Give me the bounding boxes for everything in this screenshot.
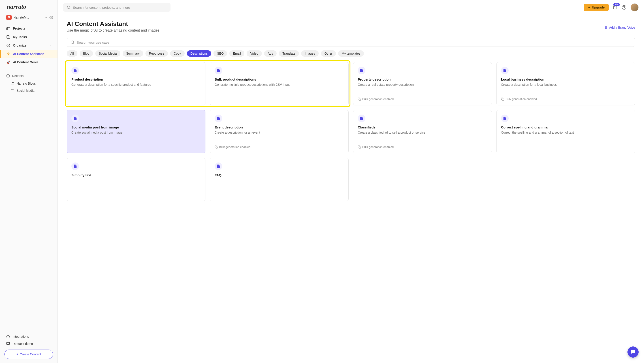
svg-rect-21 bbox=[216, 146, 218, 148]
svg-rect-22 bbox=[359, 146, 361, 148]
sidebar-bottom: Integrations Request demo + Create Conte… bbox=[0, 331, 58, 363]
svg-marker-5 bbox=[7, 52, 10, 56]
chat-fab[interactable] bbox=[628, 346, 639, 358]
filter-other[interactable]: Other bbox=[321, 50, 336, 56]
chat-icon bbox=[630, 349, 636, 355]
card-desc bbox=[214, 178, 344, 196]
svg-rect-20 bbox=[502, 99, 504, 100]
chevron-down-icon[interactable] bbox=[44, 16, 48, 19]
recents-header: Recents bbox=[0, 72, 58, 80]
filter-repurpose[interactable]: Repurpose bbox=[146, 50, 168, 56]
inbox-button[interactable]: 338 bbox=[613, 5, 618, 10]
card-desc: Generate multiple product descriptions w… bbox=[214, 82, 344, 101]
divider bbox=[0, 70, 58, 70]
anchor-icon bbox=[6, 335, 10, 338]
usecase-input[interactable] bbox=[77, 40, 631, 44]
filter-video[interactable]: Video bbox=[246, 50, 262, 56]
page-title: AI Content Assistant bbox=[67, 20, 159, 28]
filter-blog[interactable]: Blog bbox=[80, 50, 93, 56]
filter-translate[interactable]: Translate bbox=[279, 50, 299, 56]
document-icon bbox=[501, 114, 508, 122]
link-label: Integrations bbox=[12, 335, 29, 338]
workspace-selector[interactable]: N NarratoM... bbox=[0, 12, 58, 22]
nav-ai-genie[interactable]: 🚀 AI Content Genie bbox=[0, 58, 58, 66]
document-icon bbox=[358, 67, 366, 74]
template-card[interactable]: Local business descriptionCreate a descr… bbox=[496, 62, 635, 106]
recent-label: Social Media bbox=[16, 89, 34, 92]
bulk-label: Bulk generation enabled bbox=[362, 145, 394, 148]
document-icon bbox=[72, 114, 79, 122]
upgrade-button[interactable]: ✦ Upgrade bbox=[584, 4, 609, 11]
template-card[interactable]: Simplify text bbox=[67, 158, 206, 201]
template-card[interactable]: Product descriptionGenerate a descriptio… bbox=[67, 62, 206, 106]
filter-row: AllBlogSocial MediaSummaryRepurposeCopyD… bbox=[67, 50, 635, 56]
card-title: Simplify text bbox=[72, 173, 201, 177]
user-avatar[interactable] bbox=[630, 3, 639, 12]
recent-item[interactable]: Narrato Blogs bbox=[0, 80, 58, 87]
filter-all[interactable]: All bbox=[67, 50, 78, 56]
recents-label: Recents bbox=[12, 74, 24, 78]
briefcase-icon bbox=[6, 26, 10, 30]
filter-descriptions[interactable]: Descriptions bbox=[187, 50, 211, 56]
card-desc: Create a description for an event bbox=[214, 130, 344, 142]
filter-images[interactable]: Images bbox=[301, 50, 319, 56]
card-title: Property description bbox=[358, 78, 487, 81]
sidebar: narrato N NarratoM... Projects bbox=[0, 0, 58, 363]
usecase-search[interactable] bbox=[67, 38, 635, 47]
bulk-label: Bulk generation enabled bbox=[362, 97, 394, 101]
card-title: Classifieds bbox=[358, 125, 487, 129]
template-card[interactable]: Social media post from imageCreate socia… bbox=[67, 110, 206, 153]
request-demo-link[interactable]: Request demo bbox=[4, 340, 53, 347]
filter-summary[interactable]: Summary bbox=[122, 50, 143, 56]
template-card[interactable]: Bulk product descriptionsGenerate multip… bbox=[210, 62, 349, 106]
filter-social-media[interactable]: Social Media bbox=[95, 50, 120, 56]
copy-icon bbox=[358, 146, 361, 148]
bulk-tag: Bulk generation enabled bbox=[214, 145, 344, 148]
help-button[interactable] bbox=[622, 5, 626, 10]
template-card[interactable]: ClassifiedsCreate a classified ad to sel… bbox=[353, 110, 492, 153]
logo[interactable]: narrato bbox=[0, 0, 58, 12]
card-desc: Generate a description for a specific pr… bbox=[72, 82, 201, 101]
add-brand-voice-link[interactable]: Add a Brand Voice bbox=[604, 26, 635, 29]
create-content-button[interactable]: + Create Content bbox=[4, 350, 53, 359]
document-icon bbox=[72, 162, 79, 170]
link-label: Request demo bbox=[12, 342, 33, 346]
nav-mytasks[interactable]: My Tasks bbox=[0, 33, 58, 41]
bulk-label: Bulk generation enabled bbox=[506, 97, 537, 101]
mic-icon bbox=[604, 26, 608, 29]
nav-label: AI Content Genie bbox=[13, 60, 38, 64]
primary-nav: Projects My Tasks Organize bbox=[0, 22, 58, 68]
filter-seo[interactable]: SEO bbox=[214, 50, 227, 56]
nav-ai-assistant[interactable]: AI Content Assistant bbox=[0, 50, 58, 58]
recent-item[interactable]: Social Media bbox=[0, 87, 58, 94]
search-icon bbox=[70, 40, 74, 44]
filter-email[interactable]: Email bbox=[229, 50, 244, 56]
template-card[interactable]: Event descriptionCreate a description fo… bbox=[210, 110, 349, 153]
card-title: Event description bbox=[214, 125, 344, 129]
inbox-badge: 338 bbox=[613, 3, 620, 6]
card-grid: Product descriptionGenerate a descriptio… bbox=[67, 62, 635, 201]
nav-projects[interactable]: Projects bbox=[0, 24, 58, 33]
filter-ads[interactable]: Ads bbox=[264, 50, 276, 56]
card-title: Bulk product descriptions bbox=[214, 78, 344, 81]
recent-label: Narrato Blogs bbox=[16, 82, 36, 85]
filter-my-templates[interactable]: My templates bbox=[338, 50, 364, 56]
gear-icon[interactable] bbox=[50, 16, 53, 19]
global-search[interactable] bbox=[63, 3, 170, 12]
filter-copy[interactable]: Copy bbox=[170, 50, 184, 56]
template-card[interactable]: FAQ bbox=[210, 158, 349, 201]
search-icon bbox=[67, 5, 71, 10]
template-card[interactable]: Correct spelling and grammarCorrect the … bbox=[496, 110, 635, 153]
bolt-icon bbox=[6, 52, 10, 56]
nav-organize[interactable]: Organize bbox=[0, 41, 58, 50]
sparkle-icon: ✦ bbox=[588, 6, 590, 9]
template-card[interactable]: Property descriptionCreate a real estate… bbox=[353, 62, 492, 106]
nav-label: AI Content Assistant bbox=[13, 52, 44, 56]
integrations-link[interactable]: Integrations bbox=[4, 333, 53, 340]
main: ✦ Upgrade 338 AI Content Assistant Use t… bbox=[58, 0, 644, 363]
chevron-right-icon bbox=[49, 44, 51, 46]
highlighted-group: Product descriptionGenerate a descriptio… bbox=[65, 60, 350, 107]
card-desc: Create social media post from image bbox=[72, 130, 201, 148]
search-input[interactable] bbox=[73, 6, 167, 10]
svg-point-12 bbox=[67, 6, 70, 8]
